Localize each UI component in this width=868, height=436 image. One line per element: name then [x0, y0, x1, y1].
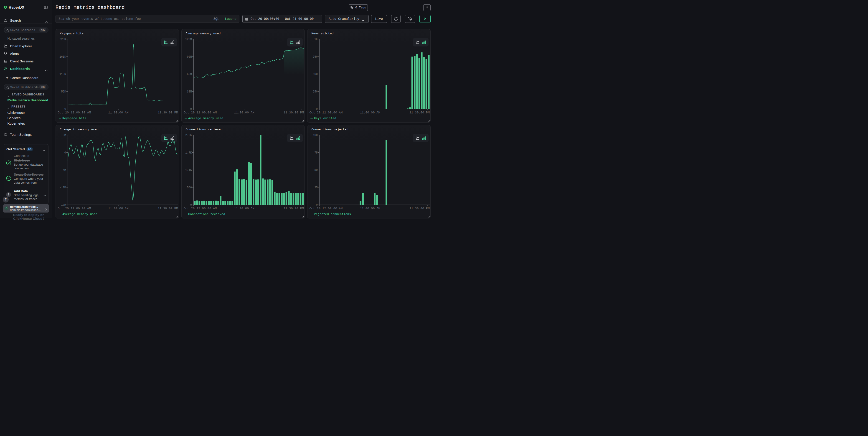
svg-text:60M: 60M	[187, 73, 192, 76]
svg-text:6M: 6M	[63, 134, 66, 137]
svg-text:0: 0	[316, 108, 317, 111]
svg-text:165K: 165K	[59, 55, 66, 58]
svg-text:11:00:00 AM: 11:00:00 AM	[234, 111, 254, 114]
svg-text:50: 50	[314, 169, 317, 172]
svg-text:0: 0	[64, 108, 66, 111]
svg-text:Oct 20 12:00:00 AM: Oct 20 12:00:00 AM	[183, 207, 217, 210]
svg-text:55K: 55K	[61, 90, 66, 93]
svg-text:100: 100	[313, 134, 318, 137]
svg-text:11:30:00 PM: 11:30:00 PM	[157, 207, 178, 210]
svg-text:0: 0	[190, 108, 192, 111]
svg-text:500: 500	[313, 73, 318, 76]
svg-text:1.1K: 1.1K	[185, 169, 192, 172]
svg-text:0: 0	[190, 203, 192, 207]
svg-text:-18M: -18M	[59, 203, 66, 207]
svg-text:90M: 90M	[187, 55, 192, 58]
svg-text:Oct 20 12:00:00 AM: Oct 20 12:00:00 AM	[183, 111, 217, 114]
svg-text:0: 0	[64, 151, 66, 154]
svg-text:75: 75	[314, 151, 317, 154]
svg-text:11:30:00 PM: 11:30:00 PM	[157, 111, 178, 114]
svg-text:750: 750	[313, 55, 318, 58]
svg-text:11:30:00 PM: 11:30:00 PM	[409, 207, 429, 210]
svg-text:11:30:00 PM: 11:30:00 PM	[409, 111, 429, 114]
svg-text:11:30:00 PM: 11:30:00 PM	[283, 207, 304, 210]
svg-text:Oct 20 12:00:00 AM: Oct 20 12:00:00 AM	[58, 207, 91, 210]
svg-text:250: 250	[313, 90, 318, 93]
svg-text:2.2K: 2.2K	[185, 134, 192, 137]
svg-text:11:00:00 AM: 11:00:00 AM	[360, 207, 380, 210]
svg-text:550: 550	[187, 186, 192, 189]
svg-text:-12M: -12M	[59, 186, 66, 189]
svg-text:220K: 220K	[59, 38, 66, 41]
svg-text:30M: 30M	[187, 90, 192, 93]
svg-text:Oct 20 12:00:00 AM: Oct 20 12:00:00 AM	[309, 111, 342, 114]
svg-text:11:00:00 AM: 11:00:00 AM	[234, 207, 254, 210]
svg-text:1K: 1K	[314, 38, 318, 41]
svg-text:120M: 120M	[185, 38, 192, 41]
svg-text:11:00:00 AM: 11:00:00 AM	[360, 111, 380, 114]
svg-text:Oct 20 12:00:00 AM: Oct 20 12:00:00 AM	[309, 207, 342, 210]
svg-text:11:00:00 AM: 11:00:00 AM	[108, 111, 128, 114]
svg-text:Oct 20 12:00:00 AM: Oct 20 12:00:00 AM	[58, 111, 91, 114]
svg-text:110K: 110K	[59, 73, 66, 76]
svg-text:-6M: -6M	[61, 169, 66, 172]
svg-text:25: 25	[314, 186, 317, 189]
svg-text:11:30:00 PM: 11:30:00 PM	[283, 111, 304, 114]
svg-text:11:00:00 AM: 11:00:00 AM	[108, 207, 128, 210]
svg-text:0: 0	[316, 203, 317, 207]
svg-text:1.7K: 1.7K	[185, 151, 192, 154]
